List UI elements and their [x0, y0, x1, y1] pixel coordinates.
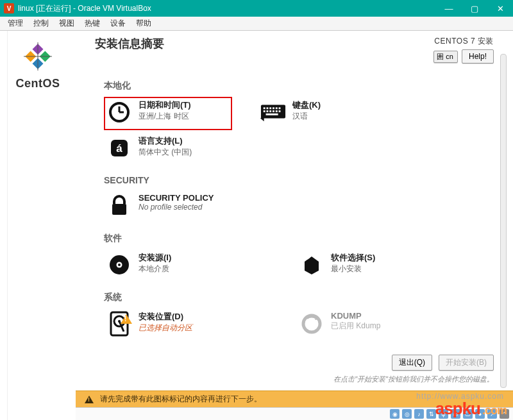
spoke-language[interactable]: á 语言支持(L) 简体中文 (中国): [104, 133, 271, 164]
help-button[interactable]: Help!: [462, 49, 494, 63]
centos-brand-text: CentOS: [15, 77, 60, 90]
spoke-software-selection[interactable]: 软件选择(S) 最小安装: [296, 249, 463, 280]
close-button[interactable]: ✕: [487, 0, 513, 17]
spoke-security-policy[interactable]: SECURITY POLICY No profile selected: [104, 190, 271, 221]
svg-rect-13: [273, 107, 274, 109]
centos-logo-icon: [20, 38, 56, 74]
status-shared-icon[interactable]: ▭: [451, 409, 460, 419]
vb-titlebar: V linux [正在运行] - Oracle VM VirtualBox — …: [0, 0, 513, 17]
source-sub: 本地介质: [139, 264, 171, 274]
svg-rect-10: [264, 107, 265, 109]
status-net-icon[interactable]: ⇅: [426, 409, 436, 419]
kdump-title: KDUMP: [331, 311, 380, 321]
warning-banner: 请先完成带有此图标标记的内容再进行下一步。: [76, 391, 513, 407]
status-display-icon[interactable]: 🖵: [463, 409, 473, 419]
lock-icon: [106, 193, 132, 219]
svg-rect-21: [279, 110, 281, 112]
distro-label: CENTOS 7 安装: [433, 36, 494, 47]
vb-menubar: 管理 控制 视图 热键 设备 帮助: [0, 17, 513, 31]
svg-rect-22: [266, 113, 278, 115]
security-title: SECURITY POLICY: [139, 193, 214, 203]
language-title: 语言支持(L): [139, 135, 192, 147]
spoke-install-source[interactable]: 安装源(I) 本地介质: [104, 249, 271, 280]
section-localization: 本地化: [104, 80, 494, 92]
status-disc-icon[interactable]: ◎: [402, 409, 412, 419]
swselect-title: 软件选择(S): [331, 252, 375, 264]
sidebar: CentOS: [0, 31, 76, 420]
menu-devices[interactable]: 设备: [106, 17, 130, 30]
keyboard-sub: 汉语: [292, 111, 321, 122]
status-hdd-icon[interactable]: ◉: [390, 409, 399, 419]
svg-rect-19: [273, 110, 274, 112]
security-sub: No profile selected: [139, 203, 214, 212]
vb-statusbar: ◉ ◎ ♪ ⇅ ψ ▭ 🖵 ● ↗ ⌃: [76, 407, 513, 420]
svg-text:á: á: [116, 142, 122, 155]
dest-sub: 已选择自动分区: [139, 323, 192, 333]
begin-install-hint: 在点击"开始安装"按钮前我们并不会操作您的磁盘。: [333, 374, 494, 384]
warning-banner-text: 请先完成带有此图标标记的内容再进行下一步。: [100, 394, 262, 405]
source-title: 安装源(I): [139, 252, 171, 264]
warning-triangle-icon: [85, 396, 94, 403]
menu-hotkeys[interactable]: 热键: [81, 17, 104, 30]
status-audio-icon[interactable]: ♪: [414, 409, 424, 419]
menu-help[interactable]: 帮助: [132, 17, 155, 30]
kdump-sub: 已启用 Kdump: [331, 321, 380, 332]
keyboard-title: 键盘(K): [292, 99, 321, 111]
datetime-sub: 亚洲/上海 时区: [139, 111, 191, 122]
section-system: 系统: [104, 292, 494, 303]
svg-rect-18: [269, 110, 271, 112]
keyboard-icon: [260, 99, 286, 125]
maximize-button[interactable]: ▢: [462, 0, 487, 17]
disc-icon: [106, 252, 132, 278]
menu-manage[interactable]: 管理: [4, 17, 27, 30]
vb-window-title: linux [正在运行] - Oracle VM VirtualBox: [18, 3, 151, 14]
section-security: SECURITY: [104, 175, 494, 185]
minimize-button[interactable]: —: [436, 0, 462, 17]
status-mouse-icon[interactable]: ↗: [487, 409, 497, 419]
language-sub: 简体中文 (中国): [139, 147, 192, 158]
spoke-datetime[interactable]: 日期和时间(T) 亚洲/上海 时区: [104, 97, 232, 130]
menu-view[interactable]: 视图: [55, 17, 78, 30]
harddisk-icon: [106, 311, 132, 337]
svg-rect-14: [276, 107, 278, 109]
svg-rect-16: [264, 110, 265, 112]
svg-point-28: [118, 264, 121, 266]
begin-install-button[interactable]: 开始安装(B): [439, 355, 494, 371]
menu-control[interactable]: 控制: [29, 17, 53, 30]
swselect-sub: 最小安装: [331, 264, 375, 274]
svg-rect-12: [269, 107, 271, 109]
status-usb-icon[interactable]: ψ: [439, 409, 448, 419]
warning-overlay-icon: [121, 314, 132, 324]
dest-title: 安装位置(D): [139, 311, 192, 323]
scrollbar[interactable]: [500, 54, 507, 388]
quit-button[interactable]: 退出(Q): [392, 355, 432, 371]
spoke-install-destination[interactable]: 安装位置(D) 已选择自动分区: [104, 308, 271, 339]
status-hostkey-icon[interactable]: ⌃: [500, 409, 509, 419]
language-icon: á: [106, 135, 132, 161]
spoke-kdump[interactable]: KDUMP 已启用 Kdump: [296, 308, 463, 339]
section-software: 软件: [104, 233, 494, 244]
kdump-refresh-icon: [299, 311, 324, 337]
vb-app-icon: V: [4, 3, 14, 13]
svg-rect-15: [279, 107, 281, 109]
svg-rect-20: [276, 110, 278, 112]
status-record-icon[interactable]: ●: [475, 409, 485, 419]
svg-rect-17: [267, 110, 269, 112]
svg-rect-11: [267, 107, 269, 109]
package-icon: [299, 252, 324, 278]
spoke-keyboard[interactable]: 键盘(K) 汉语: [258, 97, 425, 130]
clock-icon: [106, 99, 132, 125]
left-edge-crop: [0, 31, 8, 420]
keyboard-layout-indicator[interactable]: 囲 cn: [433, 51, 458, 63]
page-title: 安装信息摘要: [95, 36, 164, 51]
datetime-title: 日期和时间(T): [139, 99, 191, 111]
svg-rect-25: [112, 204, 126, 215]
